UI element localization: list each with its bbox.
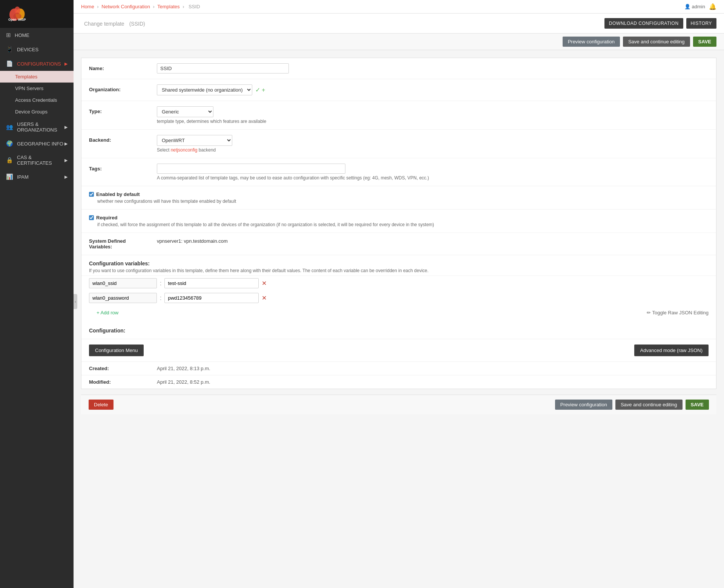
sys-vars-label-text: System DefinedVariables:	[89, 238, 126, 250]
sidebar-item-ipam[interactable]: 📊 IPAM ▶	[0, 170, 74, 184]
name-row: Name:	[81, 58, 716, 79]
main-content: Home › Network Configuration › Templates…	[74, 0, 724, 588]
var-key-1[interactable]	[89, 278, 157, 288]
sidebar-item-templates[interactable]: Templates	[0, 71, 74, 83]
sidebar-item-configurations[interactable]: 📄 CONFIGURATIONS ▶	[0, 57, 74, 71]
toggle-json-link[interactable]: ✏ Toggle Raw JSON Editing	[647, 310, 709, 315]
page-header: Change template (SSID) DOWNLOAD CONFIGUR…	[74, 14, 724, 34]
config-vars-header: Configuration variables: If you want to …	[81, 255, 716, 276]
var-value-2[interactable]	[164, 293, 259, 303]
configurations-arrow: ▶	[64, 61, 67, 66]
form-container: Name: Organization: Shared systemwide (n…	[74, 50, 724, 588]
enabled-checkbox[interactable]	[89, 192, 94, 197]
svg-text:WISP: WISP	[18, 18, 26, 21]
org-check-icon[interactable]: ✓	[255, 86, 260, 93]
required-label[interactable]: Required	[89, 215, 709, 220]
org-row-inner: Shared systemwide (no organization) ✓ +	[157, 84, 709, 95]
sidebar-item-ipam-label: IPAM	[17, 174, 29, 180]
config-vars-help: If you want to use configuration variabl…	[89, 268, 709, 273]
enabled-label[interactable]: Enabled by default	[89, 191, 709, 197]
required-row: Required if checked, will force the assi…	[81, 210, 716, 233]
sidebar-item-home-label: HOME	[15, 32, 29, 38]
sidebar-item-geographic[interactable]: 🌍 GEOGRAPHIC INFO ▶	[0, 136, 74, 151]
sidebar-item-users-orgs[interactable]: 👥 USERS & ORGANIZATIONS ▶	[0, 118, 74, 136]
notifications-bell[interactable]: 🔔	[709, 3, 716, 10]
save-button-top[interactable]: SAVE	[693, 37, 716, 47]
type-select[interactable]: Generic	[157, 106, 213, 117]
name-field	[157, 63, 709, 74]
bottom-right-buttons: Preview configuration Save and continue …	[555, 400, 709, 410]
sidebar-item-device-groups[interactable]: Device Groups	[0, 106, 74, 118]
modified-label: Modified:	[89, 379, 157, 385]
created-label: Created:	[89, 366, 157, 371]
backend-help-post: backend	[197, 147, 216, 153]
topbar: Home › Network Configuration › Templates…	[74, 0, 724, 14]
var-value-1[interactable]	[164, 278, 259, 288]
backend-row: Backend: OpenWRT Select netjsonconfig ba…	[81, 130, 716, 158]
type-label: Type:	[89, 106, 157, 114]
org-row: Organization: Shared systemwide (no orga…	[81, 79, 716, 101]
config-vars-title: Configuration variables:	[89, 260, 709, 266]
breadcrumb-templates[interactable]: Templates	[157, 4, 179, 9]
sys-vars-label: System DefinedVariables:	[89, 238, 157, 250]
ipam-icon: 📊	[6, 173, 13, 180]
users-icon: 👥	[6, 124, 13, 130]
history-button[interactable]: HISTORY	[686, 18, 716, 29]
tags-input[interactable]	[157, 164, 345, 174]
sys-vars-row: System DefinedVariables: vpnserver1: vpn…	[81, 233, 716, 255]
netjsonconfig-link[interactable]: netjsonconfig	[171, 147, 198, 153]
ipam-arrow: ▶	[64, 175, 67, 179]
sidebar-item-devices-label: DEVICES	[17, 47, 38, 52]
sidebar-item-configurations-label: CONFIGURATIONS	[17, 61, 61, 67]
username: admin	[692, 4, 705, 9]
save-button-bottom[interactable]: SAVE	[686, 400, 709, 410]
type-row: Type: Generic template type, determines …	[81, 101, 716, 130]
var-delete-1[interactable]: ✕	[262, 280, 267, 287]
breadcrumb-network-config[interactable]: Network Configuration	[101, 4, 150, 9]
var-key-2[interactable]	[89, 293, 157, 303]
org-icons: ✓ +	[255, 86, 265, 93]
var-sep-2: :	[160, 295, 161, 302]
breadcrumb-home[interactable]: Home	[81, 4, 94, 9]
backend-select[interactable]: OpenWRT	[157, 135, 232, 146]
save-continue-button-top[interactable]: Save and continue editing	[623, 37, 690, 47]
preview-config-button-bottom[interactable]: Preview configuration	[555, 400, 612, 410]
tags-help: A comma-separated list of template tags,…	[157, 175, 709, 181]
cas-arrow: ▶	[64, 158, 67, 163]
backend-help-pre: Select	[157, 147, 171, 153]
sidebar-collapse-handle[interactable]: ‹	[74, 294, 77, 309]
sidebar-item-home[interactable]: ⊞ HOME	[0, 28, 74, 42]
topbar-right: 👤 admin 🔔	[684, 3, 716, 10]
enabled-label-text: Enabled by default	[96, 191, 140, 197]
required-checkbox[interactable]	[89, 215, 94, 220]
modified-value: April 21, 2022, 8:52 p.m.	[157, 379, 210, 385]
sidebar-item-access-credentials[interactable]: Access Credentials	[0, 94, 74, 106]
created-row: Created: April 21, 2022, 8:13 p.m.	[81, 361, 716, 375]
sidebar-item-geographic-label: GEOGRAPHIC INFO	[17, 141, 63, 147]
page-title-area: Change template (SSID)	[81, 20, 145, 28]
org-add-icon[interactable]: +	[262, 87, 265, 93]
var-delete-2[interactable]: ✕	[262, 294, 267, 302]
tags-field: A comma-separated list of template tags,…	[157, 164, 709, 181]
config-menu-button[interactable]: Configuration Menu	[89, 345, 144, 356]
backend-field: OpenWRT Select netjsonconfig backend	[157, 135, 709, 153]
save-continue-button-bottom[interactable]: Save and continue editing	[615, 400, 683, 410]
sidebar-item-cas[interactable]: 🔒 CAS & CERTIFICATES ▶	[0, 151, 74, 170]
name-input[interactable]	[157, 63, 289, 74]
config-section-title: Configuration:	[89, 328, 709, 334]
sidebar-item-groups-label: Device Groups	[15, 109, 48, 115]
logo-image: Open WISP	[6, 5, 29, 23]
preview-config-button-top[interactable]: Preview configuration	[563, 37, 620, 47]
backend-help: Select netjsonconfig backend	[157, 147, 709, 153]
sidebar-item-devices[interactable]: 📱 DEVICES	[0, 42, 74, 57]
sidebar-item-access-label: Access Credentials	[15, 97, 57, 103]
user-menu[interactable]: 👤 admin	[684, 4, 705, 9]
sidebar-item-vpn-label: VPN Servers	[15, 86, 43, 91]
advanced-mode-button[interactable]: Advanced mode (raw JSON)	[634, 345, 709, 356]
sidebar-item-vpn-servers[interactable]: VPN Servers	[0, 83, 74, 94]
delete-button[interactable]: Delete	[89, 400, 114, 410]
sidebar-item-cas-label: CAS & CERTIFICATES	[17, 155, 64, 166]
download-config-button[interactable]: DOWNLOAD CONFIGURATION	[604, 18, 683, 29]
org-select[interactable]: Shared systemwide (no organization)	[157, 84, 252, 95]
add-row-link[interactable]: + Add row	[89, 307, 126, 318]
